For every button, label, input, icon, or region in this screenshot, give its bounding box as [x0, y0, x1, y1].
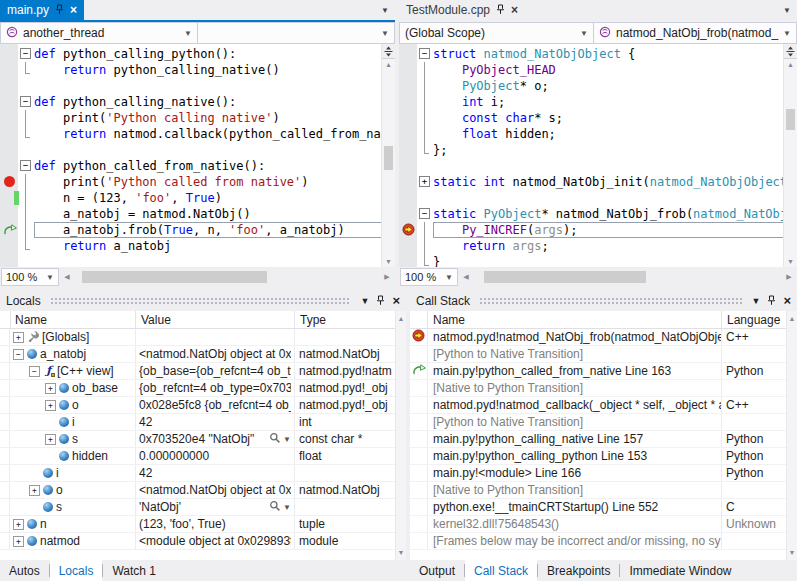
breakpoint-gutter[interactable] [399, 62, 417, 78]
code-line[interactable] [433, 190, 797, 206]
fold-toggle-icon[interactable]: − [419, 48, 430, 59]
scroll-thumb[interactable] [786, 109, 795, 129]
callstack-row[interactable]: [Native to Python Transition] [410, 380, 797, 397]
breakpoint-gutter[interactable] [399, 174, 417, 190]
locals-row[interactable]: −a_natobj<natmod.NatObj object at 0xnatm… [0, 346, 406, 363]
expander-icon[interactable]: + [13, 332, 24, 343]
fold-toggle-icon[interactable]: − [20, 96, 31, 107]
editor-split-handle[interactable] [382, 44, 395, 59]
callstack-row[interactable]: kernel32.dll!75648543()Unknown [410, 516, 797, 533]
breakpoint-gutter[interactable] [0, 222, 18, 238]
scroll-up-icon[interactable]: ▲ [385, 59, 392, 70]
breakpoint-icon[interactable] [4, 176, 15, 187]
close-icon[interactable]: × [392, 296, 400, 306]
fold-toggle-icon[interactable]: − [20, 48, 31, 59]
breakpoint-gutter[interactable] [399, 206, 417, 222]
expander-icon[interactable]: − [13, 349, 24, 360]
scroll-track[interactable] [472, 271, 783, 283]
panel-tab-watch-1[interactable]: Watch 1 [103, 560, 165, 581]
callstack-row[interactable]: main.py!python_called_from_native Line 1… [410, 363, 797, 380]
scope-dropdown[interactable]: (Global Scope) ▼ [399, 22, 594, 44]
code-line[interactable]: def python_calling_native(): [34, 94, 395, 110]
callstack-row[interactable]: [Python to Native Transition] [410, 414, 797, 431]
scroll-down-icon[interactable]: ▼ [787, 256, 794, 267]
code-line[interactable]: return python_calling_native() [34, 62, 395, 78]
expander-icon[interactable]: + [13, 519, 24, 530]
locals-row[interactable]: +o<natmod.NatObj object at 0xnatmod.NatO… [0, 482, 406, 499]
locals-row[interactable]: +n(123, 'foo', True)tuple [0, 516, 406, 533]
tab-testmodule-cpp[interactable]: TestModule.cpp × [399, 0, 525, 20]
code-editor-python[interactable]: −def python_calling_python(): return pyt… [0, 44, 395, 267]
window-position-dropdown-icon[interactable]: ▼ [751, 297, 760, 306]
code-line[interactable]: return args; [433, 238, 797, 254]
code-line[interactable]: static PyObject* natmod_NatObj_frob(natm… [433, 206, 797, 222]
panel-tab-output[interactable]: Output [410, 560, 464, 581]
locals-row[interactable]: i42 [0, 465, 406, 482]
value-visualizer[interactable]: ▼ [269, 432, 291, 447]
panel-tab-locals[interactable]: Locals [50, 560, 103, 581]
breakpoint-gutter[interactable] [0, 174, 18, 190]
scroll-right-icon[interactable]: ▶ [381, 273, 393, 281]
callstack-row[interactable]: natmod.pyd!natmod_callback(_object * sel… [410, 397, 797, 414]
pin-icon[interactable] [55, 4, 64, 17]
breakpoint-gutter[interactable] [0, 238, 18, 254]
breakpoint-gutter[interactable] [399, 238, 417, 254]
vertical-scrollbar[interactable]: ▲ ▼ [381, 44, 395, 267]
code-line[interactable]: n = (123, 'foo', True) [34, 190, 395, 206]
callstack-row[interactable]: python.exe!__tmainCRTStartup() Line 552C [410, 499, 797, 516]
breakpoint-gutter[interactable] [0, 142, 18, 158]
callstack-row[interactable]: [Frames below may be incorrect and/or mi… [410, 533, 797, 550]
locals-row[interactable]: +[Globals] [0, 329, 406, 346]
expander-icon[interactable]: − [29, 366, 40, 377]
code-line[interactable]: def python_called_from_native(): [34, 158, 395, 174]
callstack-row[interactable]: natmod.pyd!natmod_NatObj_frob(natmod_Nat… [410, 329, 797, 346]
callstack-row[interactable]: main.py!python_calling_python Line 153Py… [410, 448, 797, 465]
breakpoint-gutter[interactable] [399, 94, 417, 110]
scroll-track[interactable] [73, 271, 381, 283]
window-position-dropdown-icon[interactable]: ▼ [360, 297, 369, 306]
scroll-down-icon[interactable]: ▼ [398, 547, 405, 558]
callstack-row[interactable]: main.py!<module> Line 166Python [410, 465, 797, 482]
panel-tab-autos[interactable]: Autos [0, 560, 49, 581]
column-header-value[interactable]: Value [136, 311, 295, 328]
scroll-up-icon[interactable]: ▲ [789, 313, 796, 324]
code-line[interactable]: Py_INCREF(args); [433, 222, 797, 238]
breakpoint-gutter[interactable] [399, 142, 417, 158]
scroll-down-icon[interactable]: ▼ [385, 256, 392, 267]
document-list-dropdown-icon[interactable]: ▼ [777, 6, 797, 15]
code-line[interactable]: }; [433, 142, 797, 158]
close-icon[interactable]: × [783, 296, 791, 306]
magnifier-dropdown-icon[interactable]: ▼ [283, 435, 291, 444]
scroll-thumb[interactable] [484, 271, 646, 283]
breakpoint-gutter[interactable] [0, 110, 18, 126]
code-line[interactable]: def python_calling_python(): [34, 46, 395, 62]
panel-tab-call-stack[interactable]: Call Stack [465, 560, 537, 581]
code-line[interactable] [34, 78, 395, 94]
locals-row[interactable]: +s0x703520e4 "NatObj"▼const char * [0, 431, 406, 448]
scroll-track[interactable] [784, 70, 797, 256]
column-header-name[interactable]: Name [10, 311, 136, 328]
vertical-scrollbar[interactable]: ▲ ▼ [786, 311, 797, 560]
scroll-thumb[interactable] [384, 146, 393, 170]
breakpoint-gutter[interactable] [399, 126, 417, 142]
close-icon[interactable]: × [511, 4, 518, 16]
scroll-thumb[interactable] [82, 271, 267, 283]
magnifier-icon[interactable] [269, 500, 281, 515]
expander-icon[interactable]: + [29, 485, 40, 496]
scroll-up-icon[interactable]: ▲ [787, 59, 794, 70]
breakpoint-gutter[interactable] [0, 78, 18, 94]
code-line[interactable]: print('Python calling native') [34, 110, 395, 126]
pin-icon[interactable] [376, 295, 385, 308]
breakpoint-gutter[interactable] [399, 254, 417, 267]
breakpoint-gutter[interactable] [399, 78, 417, 94]
callstack-row[interactable]: [Native to Python Transition] [410, 482, 797, 499]
code-line[interactable]: int i; [433, 94, 797, 110]
code-line[interactable]: static int natmod_NatObj_init(natmod_Nat… [433, 174, 797, 190]
code-line[interactable]: a_natobj = natmod.NatObj() [34, 206, 395, 222]
expander-icon[interactable]: + [45, 400, 56, 411]
breakpoint-gutter[interactable] [0, 46, 18, 62]
code-line[interactable]: PyObject_HEAD [433, 62, 797, 78]
locals-row[interactable]: +ob_base{ob_refcnt=4 ob_type=0x703natmod… [0, 380, 406, 397]
breakpoint-gutter[interactable] [0, 126, 18, 142]
locals-row[interactable]: −ƒ[C++ view]{ob_base={ob_refcnt=4 ob_tyn… [0, 363, 406, 380]
